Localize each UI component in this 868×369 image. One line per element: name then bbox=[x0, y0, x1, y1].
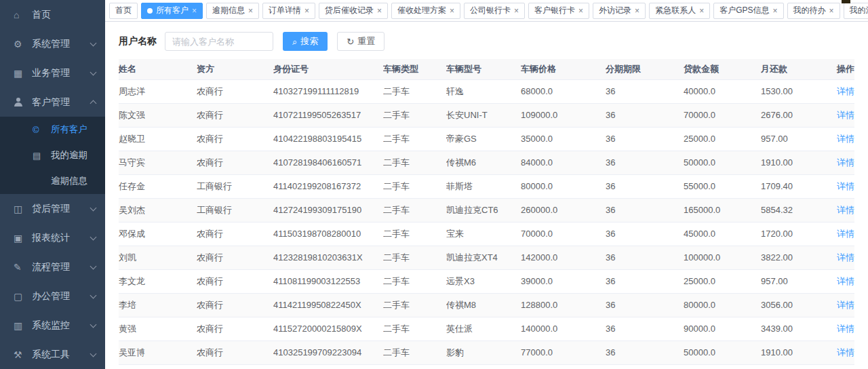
reset-button[interactable]: ↻ 重置 bbox=[337, 32, 384, 51]
tab-visit-records[interactable]: 外访记录 × bbox=[593, 3, 646, 19]
col-header-id-number: 身份证号 bbox=[273, 59, 383, 79]
tab-close-icon[interactable]: × bbox=[635, 7, 639, 15]
cell-monthly-payment: 2292.00 bbox=[761, 364, 829, 369]
cell-capital: 农商行 bbox=[197, 222, 273, 246]
tab-collection-records[interactable]: 贷后催收记录 × bbox=[319, 3, 388, 19]
detail-link[interactable]: 详情 bbox=[837, 205, 854, 215]
tab-close-icon[interactable]: × bbox=[450, 7, 454, 15]
cell-loan-amount: 165000.0 bbox=[684, 198, 761, 222]
detail-link[interactable]: 详情 bbox=[837, 157, 854, 168]
tab-close-icon[interactable]: × bbox=[699, 7, 704, 15]
tab-label: 逾期信息 bbox=[212, 5, 245, 16]
cell-term: 36 bbox=[606, 364, 684, 369]
cell-vehicle-price: 80000.0 bbox=[521, 174, 606, 198]
tab-close-icon[interactable]: × bbox=[829, 7, 834, 15]
tab-label: 首页 bbox=[115, 5, 132, 16]
tab-company-bank-card[interactable]: 公司银行卡 × bbox=[464, 3, 525, 19]
cell-id-number: 412724199309175190 bbox=[273, 198, 383, 222]
tab-collection-plan[interactable]: 催收处理方案 × bbox=[391, 3, 460, 19]
sidebar-subitem-my-overdue[interactable]: ▤ 我的逾期 bbox=[0, 142, 105, 168]
sidebar-subitem-label: 所有客户 bbox=[51, 123, 91, 136]
cell-id-number: 410325199709223094 bbox=[273, 341, 383, 364]
cell-name: 任存金 bbox=[119, 174, 197, 198]
cell-loan-amount: 50000.0 bbox=[684, 151, 761, 174]
sidebar-item-label: 贷后管理 bbox=[32, 203, 91, 215]
sidebar-item-home[interactable]: ⌂ 首页 bbox=[0, 0, 105, 29]
cell-name: 刘凯 bbox=[119, 246, 197, 269]
detail-link[interactable]: 详情 bbox=[837, 110, 854, 120]
search-button[interactable]: ⌕ 搜索 bbox=[283, 32, 328, 51]
tab-close-icon[interactable]: × bbox=[772, 7, 777, 15]
table-row: 马守宾 农商行 410728198406160571 二手车 传祺M6 8400… bbox=[119, 151, 854, 174]
cell-id-number: 410322199301125 bbox=[273, 364, 383, 369]
tab-overdue-info[interactable]: 逾期信息 × bbox=[206, 3, 259, 19]
detail-link[interactable]: 详情 bbox=[837, 252, 854, 263]
sidebar-subitem-all-customers[interactable]: © 所有客户 bbox=[0, 117, 105, 142]
tab-emergency-contacts[interactable]: 紧急联系人 × bbox=[649, 3, 710, 19]
office-icon: ▢ bbox=[14, 291, 27, 302]
tab-close-icon[interactable]: × bbox=[248, 7, 253, 15]
tab-close-icon[interactable]: × bbox=[377, 7, 382, 15]
sidebar-subitem-label: 逾期信息 bbox=[51, 175, 91, 187]
search-input[interactable] bbox=[165, 32, 273, 51]
sidebar-subitem-label: 我的逾期 bbox=[51, 149, 91, 161]
active-tab-dot bbox=[147, 8, 153, 14]
tab-label: 订单详情 bbox=[269, 5, 301, 16]
cell-term: 36 bbox=[606, 222, 684, 246]
cell-capital: 农商行 bbox=[197, 269, 273, 293]
cell-monthly-payment: 3822.00 bbox=[761, 246, 829, 269]
cell-id-number: 411081199003122553 bbox=[273, 269, 383, 293]
sidebar-item-office-mgmt[interactable]: ▢ 办公管理 bbox=[0, 281, 105, 311]
detail-link[interactable]: 详情 bbox=[837, 324, 854, 334]
tab-order-detail[interactable]: 订单详情 × bbox=[262, 3, 315, 19]
sidebar-item-business-mgmt[interactable]: ▦ 业务管理 bbox=[0, 58, 105, 88]
refresh-icon: ↻ bbox=[347, 37, 354, 46]
chevron-down-icon bbox=[90, 350, 97, 357]
cell-monthly-payment: 957.00 bbox=[761, 127, 829, 151]
cell-id-number: 41142119950822450X bbox=[273, 293, 383, 317]
tab-close-icon[interactable]: × bbox=[192, 7, 197, 15]
cell-capital: 工商银行 bbox=[197, 364, 273, 369]
cell-term: 36 bbox=[606, 127, 684, 151]
tab-close-icon[interactable]: × bbox=[304, 7, 309, 15]
detail-link[interactable]: 详情 bbox=[837, 347, 854, 357]
col-header-name: 姓名 bbox=[119, 59, 197, 79]
tab-customer-gps[interactable]: 客户GPS信息 × bbox=[713, 3, 783, 19]
col-header-monthly-payment: 月还款 bbox=[761, 59, 829, 79]
sidebar-item-report-stats[interactable]: ▣ 报表统计 bbox=[0, 223, 105, 252]
sidebar-subitem-overdue-info[interactable]: 逾期信息 bbox=[0, 168, 105, 194]
sidebar-item-loan-mgmt[interactable]: ◫ 贷后管理 bbox=[0, 194, 105, 223]
detail-link[interactable]: 详情 bbox=[837, 181, 854, 191]
tab-customer-bank-card[interactable]: 客户银行卡 × bbox=[528, 3, 589, 19]
col-header-term: 分期期限 bbox=[606, 59, 684, 79]
detail-link[interactable]: 详情 bbox=[837, 229, 854, 239]
cell-capital: 农商行 bbox=[197, 79, 273, 103]
detail-link[interactable]: 详情 bbox=[837, 86, 854, 96]
tab-close-icon[interactable]: × bbox=[578, 7, 583, 15]
detail-link[interactable]: 详情 bbox=[837, 134, 854, 144]
edit-icon: ✎ bbox=[14, 262, 27, 273]
cell-name: 马守宾 bbox=[119, 151, 197, 174]
sidebar-item-system-monitor[interactable]: ▥ 系统监控 bbox=[0, 311, 105, 340]
monitor-icon: ▥ bbox=[14, 320, 27, 331]
cell-name: 周志洋 bbox=[119, 79, 197, 103]
detail-link[interactable]: 详情 bbox=[837, 300, 854, 310]
sidebar-item-customer-mgmt[interactable]: 客户管理 bbox=[0, 88, 105, 117]
sidebar-menu-bottom: ◫ 贷后管理 ▣ 报表统计 ✎ 流程管理 ▢ 办公管理 ▥ 系统监控 ⚒ 系统工… bbox=[0, 194, 105, 369]
sidebar-item-process-mgmt[interactable]: ✎ 流程管理 bbox=[0, 252, 105, 281]
sidebar-item-system-tools[interactable]: ⚒ 系统工具 bbox=[0, 340, 105, 369]
cell-vehicle-type: 二手车 bbox=[383, 364, 446, 369]
chevron-down-icon bbox=[90, 204, 97, 211]
main-area: 首页 所有客户 × 逾期信息 × 订单详情 × 贷后催收记录 × 催收处理方案 … bbox=[105, 0, 868, 369]
tab-my-todo[interactable]: 我的待办 × bbox=[787, 3, 840, 19]
tab-all-customers[interactable]: 所有客户 × bbox=[141, 3, 203, 19]
cell-loan-amount: 25000.0 bbox=[684, 127, 761, 151]
cell-loan-amount: 100000.0 bbox=[684, 246, 761, 269]
search-button-label: 搜索 bbox=[300, 35, 318, 47]
sidebar-item-system-mgmt[interactable]: ⚙ 系统管理 bbox=[0, 29, 105, 58]
tab-home[interactable]: 首页 bbox=[109, 3, 138, 19]
tab-close-icon[interactable]: × bbox=[514, 7, 519, 15]
detail-link[interactable]: 详情 bbox=[837, 276, 854, 286]
table-row: 李文龙 农商行 411081199003122553 二手车 远景X3 3900… bbox=[119, 269, 854, 293]
tab-my-flow[interactable]: 我的流程 × bbox=[844, 3, 868, 19]
